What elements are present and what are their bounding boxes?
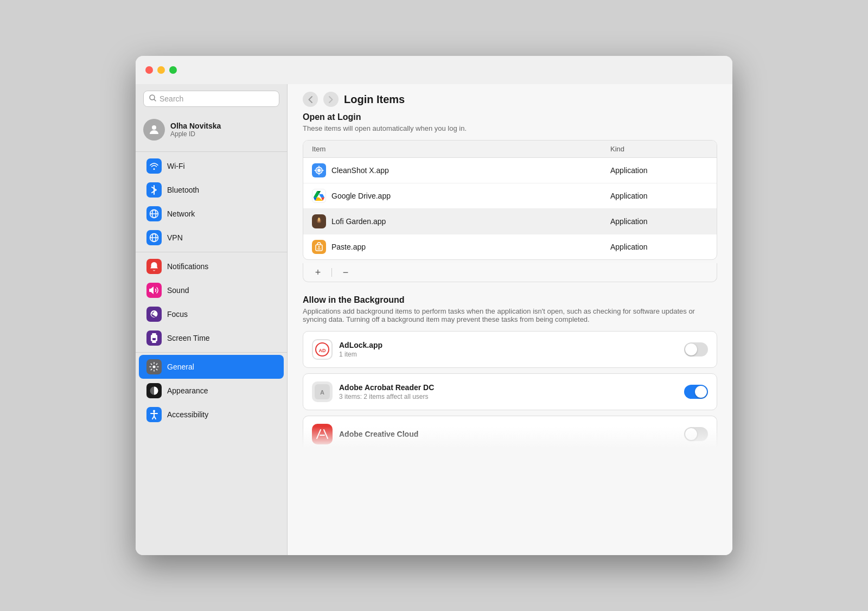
col-kind-header: Kind	[610, 145, 708, 153]
add-item-button[interactable]: +	[312, 266, 324, 278]
svg-point-17	[153, 410, 155, 412]
sidebar-item-bluetooth[interactable]: Bluetooth	[139, 178, 284, 202]
acrobat-toggle[interactable]	[684, 385, 708, 399]
wifi-icon	[146, 158, 162, 174]
bluetooth-icon	[146, 182, 162, 198]
screentime-icon	[146, 330, 162, 346]
background-item-acrobat: A Adobe Acrobat Reader DC 3 items: 2 ite…	[303, 373, 717, 410]
main-content: Login Items Open at Login These items wi…	[288, 84, 732, 555]
app-name: Google Drive.app	[331, 192, 391, 200]
app-cell: Paste.app	[312, 240, 610, 254]
svg-point-2	[152, 125, 156, 130]
close-button[interactable]	[145, 66, 153, 74]
sidebar-item-screentime[interactable]: Screen Time	[139, 326, 284, 350]
acrobat-icon: A	[312, 381, 333, 402]
main-header: Login Items	[288, 84, 732, 112]
minimize-button[interactable]	[157, 66, 165, 74]
svg-line-1	[154, 99, 156, 101]
app-cell: Google Drive.app	[312, 189, 610, 203]
sidebar: Search Olha Novitska Apple ID	[136, 84, 288, 555]
sidebar-item-label: Focus	[167, 310, 188, 319]
sidebar-item-label: Appearance	[167, 386, 208, 395]
sound-icon	[146, 283, 162, 298]
sidebar-item-label: VPN	[167, 233, 183, 242]
login-items-table: Item Kind	[303, 140, 717, 260]
app-kind: Application	[610, 192, 708, 200]
sidebar-item-sound[interactable]: Sound	[139, 278, 284, 302]
back-button[interactable]	[303, 92, 318, 107]
sidebar-divider	[136, 151, 287, 152]
creative-cloud-toggle[interactable]	[684, 427, 708, 441]
svg-rect-10	[152, 333, 156, 335]
table-row[interactable]: Paste.app Application	[303, 234, 717, 259]
search-placeholder: Search	[159, 94, 183, 103]
sidebar-item-general[interactable]: General	[139, 355, 284, 379]
svg-rect-12	[152, 341, 156, 343]
titlebar	[136, 56, 732, 84]
sidebar-item-label: Wi-Fi	[167, 162, 185, 170]
page-title: Login Items	[344, 93, 405, 106]
sidebar-item-accessibility[interactable]: Accessibility	[139, 403, 284, 427]
acrobat-info: Adobe Acrobat Reader DC 3 items: 2 items…	[339, 383, 678, 400]
creative-cloud-info: Adobe Creative Cloud	[339, 430, 678, 438]
sidebar-item-focus[interactable]: Focus	[139, 302, 284, 326]
user-section[interactable]: Olha Novitska Apple ID	[136, 114, 287, 149]
app-kind: Application	[610, 243, 708, 251]
app-name: Lofi Garden.app	[331, 217, 386, 226]
lofigarden-icon	[312, 214, 326, 228]
table-header: Item Kind	[303, 141, 717, 158]
svg-point-23	[317, 169, 321, 172]
adlock-toggle[interactable]	[684, 342, 708, 357]
sidebar-item-network[interactable]: Network	[139, 202, 284, 226]
app-cell: Lofi Garden.app	[312, 214, 610, 228]
svg-rect-31	[318, 218, 320, 221]
user-info: Olha Novitska Apple ID	[170, 122, 221, 138]
maximize-button[interactable]	[169, 66, 177, 74]
sidebar-item-wifi[interactable]: Wi-Fi	[139, 154, 284, 178]
app-name: Paste.app	[331, 243, 366, 251]
toggle-knob	[685, 428, 697, 440]
svg-point-15	[153, 366, 156, 368]
acrobat-name: Adobe Acrobat Reader DC	[339, 383, 678, 392]
sidebar-item-label: Sound	[167, 286, 189, 295]
table-actions: + −	[303, 263, 717, 282]
user-name: Olha Novitska	[170, 122, 221, 130]
app-kind: Application	[610, 166, 708, 175]
vpn-icon	[146, 230, 162, 245]
sidebar-item-appearance[interactable]: Appearance	[139, 379, 284, 403]
paste-icon	[312, 240, 326, 254]
sidebar-item-vpn[interactable]: VPN	[139, 226, 284, 250]
remove-item-button[interactable]: −	[340, 266, 352, 278]
allow-background-title: Allow in the Background	[303, 295, 717, 305]
adlock-icon: AD	[312, 339, 333, 360]
app-cell: CleanShot X.app	[312, 163, 610, 177]
creative-cloud-icon	[312, 424, 333, 444]
sidebar-divider2	[136, 252, 287, 252]
accessibility-icon	[146, 407, 162, 422]
table-row[interactable]: Google Drive.app Application	[303, 183, 717, 209]
search-container: Search	[136, 91, 287, 114]
background-item-creative-cloud: Adobe Creative Cloud	[303, 416, 717, 448]
adlock-name: AdLock.app	[339, 341, 678, 349]
open-at-login-desc: These items will open automatically when…	[303, 124, 717, 132]
traffic-lights	[145, 66, 177, 74]
user-subtitle: Apple ID	[170, 130, 221, 138]
avatar	[143, 119, 165, 141]
search-box[interactable]: Search	[143, 91, 279, 107]
main-body: Open at Login These items will open auto…	[288, 112, 732, 555]
sidebar-item-label: Accessibility	[167, 410, 208, 419]
table-row[interactable]: Lofi Garden.app Application	[303, 209, 717, 234]
window-content: Search Olha Novitska Apple ID	[136, 84, 732, 555]
table-row[interactable]: CleanShot X.app Application	[303, 158, 717, 183]
googledrive-icon	[312, 189, 326, 203]
svg-text:A: A	[320, 389, 324, 396]
svg-point-33	[318, 246, 320, 248]
appearance-icon	[146, 383, 162, 398]
forward-button[interactable]	[323, 92, 339, 107]
background-item-adlock: AD AdLock.app 1 item	[303, 331, 717, 368]
open-at-login-title: Open at Login	[303, 112, 717, 122]
creative-cloud-item: Adobe Creative Cloud	[303, 416, 717, 448]
sidebar-item-notifications[interactable]: Notifications	[139, 254, 284, 278]
sidebar-item-label: Notifications	[167, 262, 208, 271]
svg-line-21	[154, 416, 156, 419]
